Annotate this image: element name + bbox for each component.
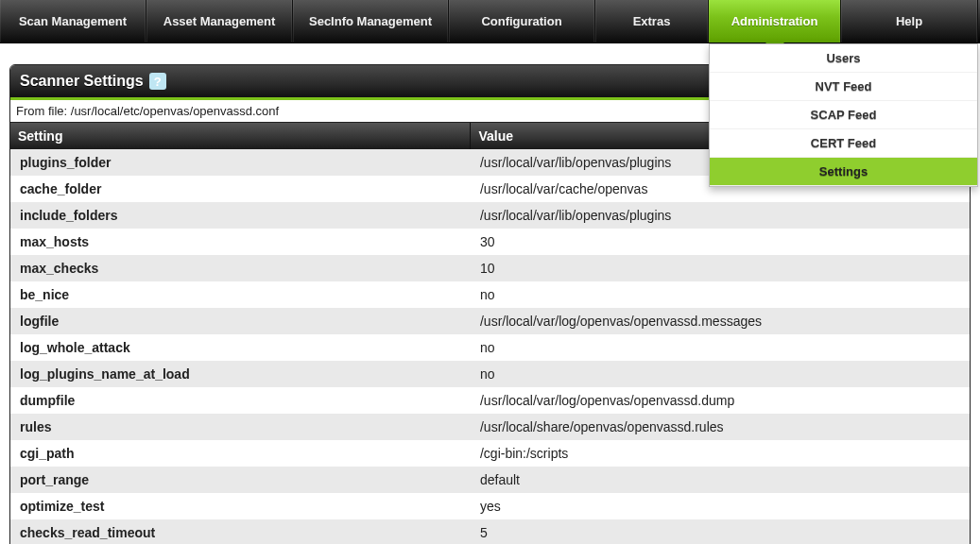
setting-name: dumpfile bbox=[10, 387, 471, 414]
nav-label: Help bbox=[896, 14, 922, 28]
table-row: optimize_testyes bbox=[10, 493, 970, 519]
setting-value: /usr/local/var/log/openvas/openvassd.mes… bbox=[471, 308, 970, 334]
setting-name: cache_folder bbox=[10, 176, 471, 202]
nav-secinfo-management[interactable]: SecInfo Management bbox=[293, 0, 449, 42]
setting-name: log_plugins_name_at_load bbox=[10, 361, 471, 387]
table-row: max_checks10 bbox=[10, 255, 970, 281]
setting-value: /usr/local/share/openvas/openvassd.rules bbox=[471, 414, 970, 440]
help-icon[interactable]: ? bbox=[149, 73, 166, 90]
menu-item-users[interactable]: Users bbox=[710, 44, 977, 73]
setting-name: checks_read_timeout bbox=[10, 519, 471, 544]
menu-item-scap-feed[interactable]: SCAP Feed bbox=[710, 101, 977, 129]
setting-name: rules bbox=[10, 414, 471, 440]
nav-label: Configuration bbox=[481, 14, 561, 28]
setting-name: optimize_test bbox=[10, 493, 471, 519]
menu-item-cert-feed[interactable]: CERT Feed bbox=[710, 129, 977, 158]
nav-help[interactable]: Help bbox=[841, 0, 978, 42]
menu-label: Settings bbox=[819, 164, 868, 178]
table-row: rules/usr/local/share/openvas/openvassd.… bbox=[10, 414, 970, 440]
nav-configuration[interactable]: Configuration bbox=[449, 0, 595, 42]
setting-name: cgi_path bbox=[10, 440, 471, 467]
nav-asset-management[interactable]: Asset Management bbox=[146, 0, 293, 42]
menu-label: Users bbox=[826, 51, 860, 65]
setting-value: 5 bbox=[471, 519, 970, 544]
setting-value: 30 bbox=[471, 229, 970, 255]
setting-value: default bbox=[471, 467, 970, 493]
table-row: log_plugins_name_at_loadno bbox=[10, 361, 970, 387]
nav-label: SecInfo Management bbox=[309, 14, 432, 28]
admin-dropdown: Users NVT Feed SCAP Feed CERT Feed Setti… bbox=[709, 43, 978, 187]
nav-label: Extras bbox=[633, 14, 671, 28]
menu-item-nvt-feed[interactable]: NVT Feed bbox=[710, 73, 977, 101]
setting-name: include_folders bbox=[10, 202, 471, 229]
setting-value: no bbox=[471, 334, 970, 361]
setting-name: logfile bbox=[10, 308, 471, 334]
menu-label: NVT Feed bbox=[816, 79, 872, 94]
setting-name: log_whole_attack bbox=[10, 334, 471, 361]
setting-value: no bbox=[471, 361, 970, 387]
menu-label: SCAP Feed bbox=[811, 108, 877, 122]
nav-label: Scan Management bbox=[19, 14, 127, 28]
setting-value: /cgi-bin:/scripts bbox=[471, 440, 970, 467]
nav-label: Asset Management bbox=[163, 14, 275, 28]
nav-scan-management[interactable]: Scan Management bbox=[0, 0, 146, 42]
setting-value: 10 bbox=[471, 255, 970, 281]
nav-administration[interactable]: Administration Users NVT Feed SCAP Feed … bbox=[709, 0, 841, 42]
top-nav: Scan Management Asset Management SecInfo… bbox=[0, 0, 980, 43]
menu-label: CERT Feed bbox=[811, 136, 876, 150]
nav-label: Administration bbox=[731, 14, 818, 28]
page-title: Scanner Settings bbox=[20, 73, 144, 90]
table-row: port_rangedefault bbox=[10, 467, 970, 493]
table-row: dumpfile/usr/local/var/log/openvas/openv… bbox=[10, 387, 970, 414]
menu-item-settings[interactable]: Settings bbox=[710, 158, 977, 186]
setting-name: be_nice bbox=[10, 281, 471, 308]
table-row: max_hosts30 bbox=[10, 229, 970, 255]
setting-name: max_checks bbox=[10, 255, 471, 281]
table-row: checks_read_timeout5 bbox=[10, 519, 970, 544]
setting-value: /usr/local/var/lib/openvas/plugins bbox=[471, 202, 970, 229]
setting-name: max_hosts bbox=[10, 229, 471, 255]
setting-name: plugins_folder bbox=[10, 149, 471, 176]
table-row: logfile/usr/local/var/log/openvas/openva… bbox=[10, 308, 970, 334]
setting-value: no bbox=[471, 281, 970, 308]
nav-extras[interactable]: Extras bbox=[595, 0, 709, 42]
table-row: log_whole_attackno bbox=[10, 334, 970, 361]
table-row: be_niceno bbox=[10, 281, 970, 308]
table-row: include_folders/usr/local/var/lib/openva… bbox=[10, 202, 970, 229]
setting-value: yes bbox=[471, 493, 970, 519]
setting-value: /usr/local/var/log/openvas/openvassd.dum… bbox=[471, 387, 970, 414]
table-row: cgi_path/cgi-bin:/scripts bbox=[10, 440, 970, 467]
setting-name: port_range bbox=[10, 467, 471, 493]
col-setting: Setting bbox=[10, 123, 471, 149]
